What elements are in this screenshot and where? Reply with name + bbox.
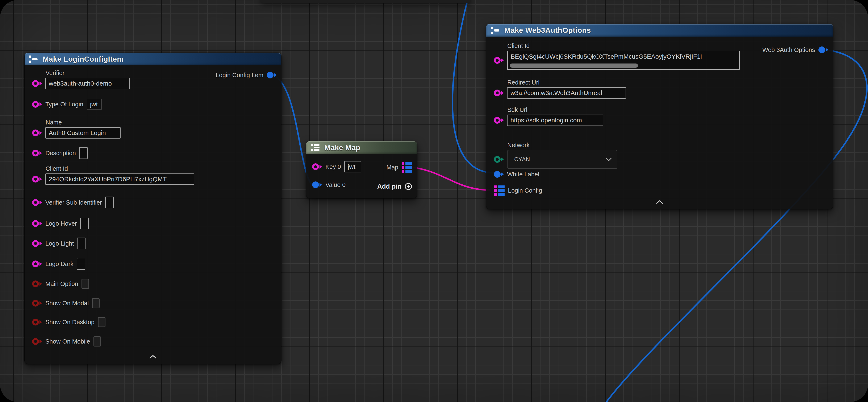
- show-on-mobile-checkbox[interactable]: [93, 336, 101, 346]
- string-pin[interactable]: [32, 199, 42, 206]
- name-input[interactable]: Auth0 Custom Login: [45, 127, 121, 139]
- pin-row-show-on-mobile: Show On Mobile: [32, 335, 101, 348]
- add-pin-row: Add pin: [377, 180, 412, 193]
- pin-label: Name: [45, 119, 121, 126]
- sdk-url-input[interactable]: https://sdk.openlogin.com: [507, 115, 603, 126]
- key-0-input[interactable]: jwt: [344, 161, 361, 172]
- string-pin[interactable]: [312, 163, 322, 170]
- pin-label: Key 0: [326, 163, 341, 170]
- boolean-pin[interactable]: [32, 281, 42, 287]
- blueprint-canvas[interactable]: Make LoginConfigItem Login Config Item V…: [0, 0, 868, 402]
- pin-row-show-on-desktop: Show On Desktop: [32, 316, 105, 328]
- pin-row-value-0: Value 0: [312, 178, 346, 191]
- string-pin[interactable]: [32, 176, 42, 182]
- show-on-desktop-checkbox[interactable]: [98, 317, 105, 327]
- pin-row-logo-dark: Logo Dark: [32, 258, 85, 270]
- boolean-pin[interactable]: [32, 319, 42, 325]
- pin-label: White Label: [507, 171, 539, 178]
- pin-row-type-of-login: Type Of Login jwt: [32, 98, 101, 111]
- node-title: Make LoginConfigItem: [43, 55, 124, 63]
- logo-light-input[interactable]: [77, 237, 86, 249]
- string-pin[interactable]: [32, 220, 42, 227]
- pin-label: Logo Hover: [45, 220, 77, 227]
- pin-label: Show On Desktop: [45, 319, 95, 326]
- logo-dark-input[interactable]: [77, 258, 85, 270]
- pin-label: Redirect Url: [507, 79, 626, 86]
- enum-pin[interactable]: [494, 156, 504, 163]
- string-pin[interactable]: [32, 150, 42, 156]
- pin-row-description: Description: [32, 147, 88, 160]
- map-pin[interactable]: [402, 162, 412, 173]
- boolean-pin[interactable]: [32, 338, 42, 345]
- make-map-icon: [310, 143, 320, 152]
- description-input[interactable]: [79, 147, 88, 159]
- pin-label: Show On Mobile: [45, 338, 90, 345]
- string-pin[interactable]: [494, 117, 504, 124]
- add-pin-label: Add pin: [377, 183, 401, 190]
- pin-label: Logo Dark: [45, 260, 73, 267]
- boolean-pin[interactable]: [32, 300, 42, 307]
- pin-row-logo-light: Logo Light: [32, 237, 86, 250]
- pin-row-verifier-sub-identifier: Verifier Sub Identifier: [32, 196, 114, 209]
- client-id-text: BEglQSgt4cUWcj6SKRdu5QkOXTsePmMcusG5EAoy…: [511, 53, 736, 60]
- string-pin[interactable]: [32, 240, 42, 247]
- logo-hover-input[interactable]: [80, 218, 89, 229]
- show-on-modal-checkbox[interactable]: [92, 298, 100, 308]
- dropdown-chevron-icon: [606, 158, 612, 161]
- object-pin-connected[interactable]: [312, 181, 322, 188]
- pin-label: Sdk Url: [507, 106, 603, 113]
- node-header[interactable]: Make Map: [306, 141, 417, 154]
- pin-label: Show On Modal: [45, 300, 89, 307]
- output-pin-login-config-item[interactable]: [267, 72, 277, 79]
- client-id-input[interactable]: BEglQSgt4cUWcj6SKRdu5QkOXTsePmMcusG5EAoy…: [507, 51, 740, 70]
- network-dropdown[interactable]: CYAN: [507, 150, 617, 169]
- pin-label: Verifier Sub Identifier: [45, 199, 102, 206]
- node-header[interactable]: Make Web3AuthOptions: [486, 24, 833, 36]
- string-pin[interactable]: [494, 90, 504, 96]
- pin-label: Logo Light: [45, 240, 74, 247]
- pin-row-map-out: Map: [386, 161, 412, 174]
- pin-label: Login Config: [508, 187, 542, 194]
- client-id-input[interactable]: 294QRkchfq2YaXUbPri7D6PH7xzHgQMT: [45, 173, 194, 185]
- type-of-login-input[interactable]: jwt: [87, 98, 101, 110]
- string-pin[interactable]: [32, 260, 42, 267]
- collapse-chevron-icon[interactable]: [656, 200, 663, 204]
- string-pin[interactable]: [32, 101, 42, 108]
- verifier-sub-identifier-input[interactable]: [105, 197, 114, 208]
- pin-row-logo-hover: Logo Hover: [32, 217, 89, 230]
- main-option-checkbox[interactable]: [82, 279, 89, 289]
- make-struct-icon: [29, 55, 39, 63]
- pin-label: Map: [386, 164, 398, 171]
- node-header[interactable]: Make LoginConfigItem: [25, 53, 281, 65]
- map-pin[interactable]: [494, 185, 504, 196]
- make-struct-icon: [491, 26, 501, 35]
- collapse-chevron-icon[interactable]: [149, 355, 156, 359]
- add-pin-button[interactable]: Add pin: [377, 182, 412, 191]
- offscreen-node-bottom-edge: [260, 0, 470, 3]
- pin-label: Verifier: [45, 69, 130, 77]
- string-pin[interactable]: [32, 80, 42, 87]
- pin-row-client-id: Client Id 294QRkchfq2YaXUbPri7D6PH7xzHgQ…: [32, 165, 194, 185]
- pin-row-main-option: Main Option: [32, 278, 89, 290]
- string-pin[interactable]: [32, 130, 42, 136]
- node-make-map[interactable]: Make Map Key 0 jwt Value 0 Map Add pin: [306, 141, 417, 198]
- node-make-loginconfigitem[interactable]: Make LoginConfigItem Login Config Item V…: [24, 53, 281, 364]
- object-pin-connected[interactable]: [494, 171, 504, 178]
- pin-row-login-config: Login Config: [494, 184, 542, 197]
- pin-row-verifier: Verifier web3auth-auth0-demo: [32, 69, 130, 89]
- network-selected-value: CYAN: [514, 156, 530, 163]
- client-id-scrollbar[interactable]: [510, 63, 638, 68]
- output-pin-web3auth-options[interactable]: [818, 47, 828, 53]
- node-make-web3authoptions[interactable]: Make Web3AuthOptions Web 3Auth Options C…: [486, 24, 833, 209]
- pin-row-key-0: Key 0 jwt: [312, 161, 361, 173]
- verifier-input[interactable]: web3auth-auth0-demo: [45, 78, 130, 89]
- string-pin[interactable]: [494, 57, 504, 64]
- wire-map-to-login-config[interactable]: [410, 167, 490, 190]
- pin-label: Client Id: [507, 42, 740, 50]
- pin-label: Network: [507, 142, 617, 149]
- pin-row-show-on-modal: Show On Modal: [32, 297, 100, 310]
- pin-row-network: Network CYAN: [494, 142, 617, 169]
- pin-row-sdk-url: Sdk Url https://sdk.openlogin.com: [494, 106, 603, 126]
- redirect-url-input[interactable]: w3a://com.w3a.Web3AuthUnreal: [507, 87, 626, 98]
- pin-label: Web 3Auth Options: [762, 47, 815, 53]
